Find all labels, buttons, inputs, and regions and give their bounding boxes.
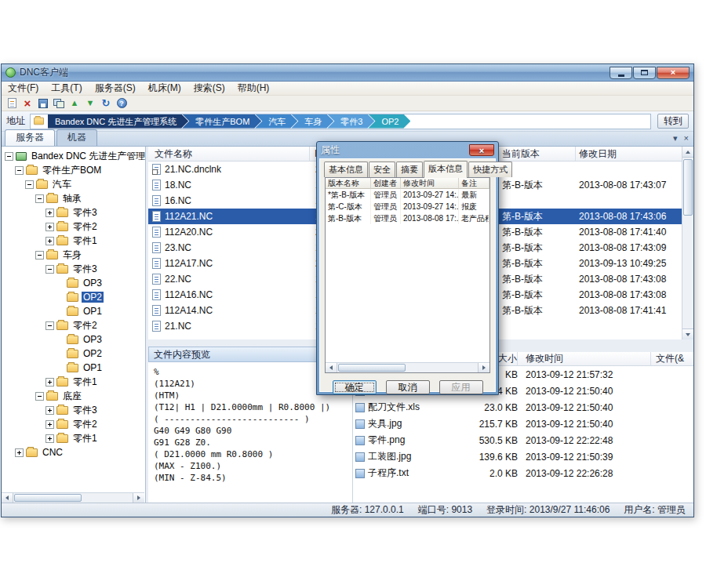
version-table-row[interactable]: *第-B-版本 管理员 2013-09-27 14:... 最新 bbox=[326, 189, 489, 201]
tree-item[interactable]: OP1 bbox=[2, 361, 145, 375]
scrollbar-thumb[interactable] bbox=[338, 364, 406, 372]
breadcrumb-item-op2[interactable]: OP2 bbox=[368, 114, 410, 129]
scroll-up-button[interactable] bbox=[682, 147, 693, 158]
tree-collapse-icon[interactable] bbox=[45, 321, 54, 330]
tree-expand-icon[interactable] bbox=[45, 209, 54, 217]
close-button[interactable]: × bbox=[657, 67, 690, 79]
tree-collapse-icon[interactable] bbox=[15, 166, 24, 175]
maximize-button[interactable] bbox=[633, 67, 656, 79]
tree-collapse-icon[interactable] bbox=[5, 152, 13, 161]
tab-list-dropdown-icon[interactable]: ▾ bbox=[673, 133, 678, 143]
tree-collapse-icon[interactable] bbox=[35, 392, 44, 401]
breadcrumb-item-body[interactable]: 车身 bbox=[291, 114, 333, 129]
transfer-button[interactable] bbox=[51, 96, 67, 111]
tree-item[interactable]: 零件3 bbox=[2, 205, 145, 220]
tree-item[interactable]: OP3 bbox=[2, 276, 145, 290]
attachment-row[interactable]: 子程序.txt2.0 KB2013-09-12 22:26:28 bbox=[353, 465, 693, 481]
scrollbar-thumb[interactable] bbox=[14, 494, 82, 502]
tree-expand-icon[interactable] bbox=[15, 448, 24, 457]
tab-machines[interactable]: 机器 bbox=[56, 129, 97, 146]
tree-item[interactable]: 零件2 bbox=[2, 318, 145, 332]
address-field[interactable]: Bandex DNC 先进生产管理系统 零件生产BOM 汽车 车身 零件3 OP… bbox=[30, 114, 651, 129]
tab-basic-info[interactable]: 基本信息 bbox=[324, 162, 368, 177]
column-header-remark[interactable]: 备注 bbox=[459, 178, 489, 189]
attachment-row[interactable]: 配刀文件.xls23.0 KB2013-09-12 21:50:40 bbox=[353, 399, 693, 416]
column-header-file[interactable]: 文件(& bbox=[651, 352, 693, 365]
delete-button[interactable]: × bbox=[20, 96, 35, 111]
tab-security[interactable]: 安全 bbox=[369, 162, 395, 177]
version-table-row[interactable]: 第-C-版本 管理员 2013-09-27 14:... 报废 bbox=[326, 201, 489, 212]
tree-item[interactable]: CNC bbox=[2, 445, 145, 459]
column-header-version-name[interactable]: 版本名称 bbox=[326, 178, 371, 189]
tree-collapse-icon[interactable] bbox=[35, 194, 44, 203]
save-button[interactable] bbox=[35, 96, 51, 111]
version-table-row[interactable]: 第-B-版本 管理员 2013-08-08 17:... 老产品程序 bbox=[326, 212, 489, 224]
help-button[interactable]: ? bbox=[114, 96, 129, 111]
tree-item[interactable]: 汽车 bbox=[2, 177, 145, 191]
menu-help[interactable]: 帮助(H) bbox=[231, 81, 276, 96]
dialog-titlebar[interactable]: 属性 × bbox=[319, 142, 496, 158]
go-button[interactable]: 转到 bbox=[657, 114, 689, 129]
cancel-button[interactable]: 取消 bbox=[386, 380, 430, 394]
scroll-left-button[interactable] bbox=[2, 493, 13, 503]
tab-close-icon[interactable]: × bbox=[684, 133, 689, 143]
dialog-horizontal-scrollbar[interactable] bbox=[326, 362, 489, 372]
tree-item[interactable]: 零件1 bbox=[2, 431, 145, 445]
scroll-down-button[interactable] bbox=[682, 328, 693, 339]
apply-button[interactable]: 应用 bbox=[439, 380, 483, 394]
tree-item[interactable]: 零件3 bbox=[2, 403, 145, 417]
dialog-close-button[interactable]: × bbox=[469, 144, 494, 156]
tree-item[interactable]: 零件2 bbox=[2, 417, 145, 431]
vertical-scrollbar[interactable] bbox=[682, 147, 693, 339]
minimize-button[interactable] bbox=[610, 67, 632, 79]
tree-item[interactable]: 零件3 bbox=[2, 262, 145, 276]
refresh-button[interactable]: ↻ bbox=[98, 96, 114, 111]
column-header-creator[interactable]: 创建者 bbox=[371, 178, 401, 189]
column-header-modified-time[interactable]: 修改时间 bbox=[518, 352, 651, 365]
breadcrumb-item-auto[interactable]: 汽车 bbox=[255, 114, 297, 129]
tree-item[interactable]: 车身 bbox=[2, 248, 145, 262]
attachment-row[interactable]: 夹具.jpg215.7 KB2013-09-12 21:50:40 bbox=[353, 416, 693, 432]
tree-item[interactable]: OP3 bbox=[2, 332, 145, 347]
tab-servers[interactable]: 服务器 bbox=[5, 129, 55, 146]
breadcrumb-item-root[interactable]: Bandex DNC 先进生产管理系统 bbox=[48, 114, 188, 129]
scroll-left-button[interactable] bbox=[326, 363, 337, 372]
upload-button[interactable]: ▲ bbox=[67, 96, 82, 111]
tree-item[interactable]: OP1 bbox=[2, 304, 145, 318]
breadcrumb-item-part3[interactable]: 零件3 bbox=[327, 114, 374, 129]
tree-item[interactable]: 轴承 bbox=[2, 191, 145, 205]
column-header-modified-date[interactable]: 修改日期 bbox=[576, 147, 682, 161]
tree-item-root[interactable]: Bandex DNC 先进生产管理系统 bbox=[2, 149, 145, 163]
tree-item[interactable]: 零件生产BOM bbox=[2, 163, 145, 177]
tab-shortcut[interactable]: 快捷方式 bbox=[468, 162, 512, 177]
tree-item[interactable]: 底座 bbox=[2, 389, 145, 403]
titlebar[interactable]: DNC客户端 × bbox=[2, 64, 693, 82]
menu-tools[interactable]: 工具(T) bbox=[45, 81, 88, 96]
tree-expand-icon[interactable] bbox=[45, 237, 54, 245]
scroll-right-button[interactable] bbox=[133, 493, 144, 503]
menu-machine[interactable]: 机床(M) bbox=[142, 81, 187, 96]
ok-button[interactable]: 确定 bbox=[333, 380, 377, 394]
menu-file[interactable]: 文件(F) bbox=[2, 81, 45, 96]
tree-expand-icon[interactable] bbox=[45, 434, 54, 443]
new-file-button[interactable] bbox=[4, 96, 20, 111]
tree-expand-icon[interactable] bbox=[45, 223, 54, 231]
scroll-right-button[interactable] bbox=[478, 363, 489, 372]
tree-item[interactable]: 零件1 bbox=[2, 375, 145, 389]
download-button[interactable]: ▼ bbox=[82, 96, 98, 111]
attachment-row[interactable]: 零件.png530.5 KB2013-09-12 22:22:48 bbox=[353, 432, 693, 448]
column-header-current-version[interactable]: 当前版本 bbox=[499, 147, 576, 161]
scrollbar-thumb[interactable] bbox=[683, 159, 693, 216]
tree-horizontal-scrollbar[interactable] bbox=[2, 492, 144, 503]
tree-item[interactable]: 零件2 bbox=[2, 220, 145, 234]
tree-collapse-icon[interactable] bbox=[35, 251, 44, 260]
tree-expand-icon[interactable] bbox=[45, 420, 54, 429]
tree-expand-icon[interactable] bbox=[45, 378, 54, 387]
menu-search[interactable]: 搜索(S) bbox=[187, 81, 231, 96]
tree-collapse-icon[interactable] bbox=[25, 180, 34, 189]
attachment-row[interactable]: 工装图.jpg139.6 KB2013-09-12 21:50:39 bbox=[353, 448, 693, 465]
tree-item[interactable]: OP2 bbox=[2, 347, 145, 361]
tree-item[interactable]: 零件1 bbox=[2, 234, 145, 248]
tree-collapse-icon[interactable] bbox=[45, 265, 54, 274]
menu-server[interactable]: 服务器(S) bbox=[89, 81, 142, 96]
